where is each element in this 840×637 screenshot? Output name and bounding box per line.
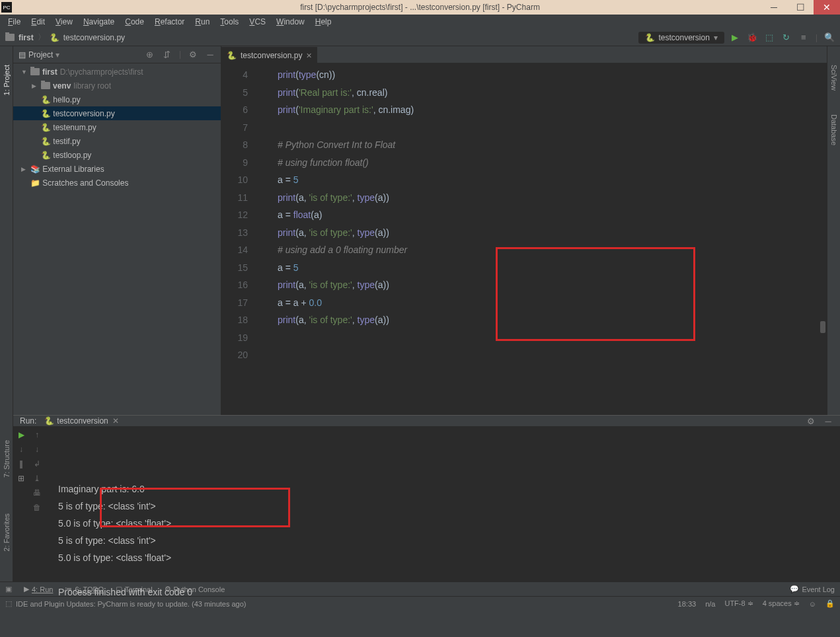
project-view-icon: ▤ bbox=[19, 50, 26, 59]
code-line-9[interactable]: # using function float() bbox=[258, 154, 827, 172]
run-config-selector[interactable]: 🐍 testconversion ▾ bbox=[638, 32, 724, 44]
window-title: first [D:\pycharmprojects\first] - ...\t… bbox=[300, 3, 540, 12]
collapse-icon[interactable]: ⇵ bbox=[162, 50, 172, 60]
stop-icon[interactable]: ↓ bbox=[19, 445, 23, 454]
wrap-icon[interactable]: ↲ bbox=[34, 459, 40, 468]
code-line-8[interactable]: # Python Convert Int to Float bbox=[258, 136, 827, 154]
project-panel-title[interactable]: Project bbox=[28, 50, 53, 59]
run-settings-icon[interactable]: ⚙ bbox=[806, 416, 816, 426]
minimize-button[interactable]: ─ bbox=[761, 0, 787, 15]
menu-run[interactable]: Run bbox=[191, 16, 213, 28]
tree-file-testloop-py[interactable]: 🐍 testloop.py bbox=[13, 148, 221, 162]
output-line: 5 is of type: <class 'int'> bbox=[58, 532, 827, 549]
tree-file-testconversion-py[interactable]: 🐍 testconversion.py bbox=[13, 106, 221, 120]
code-line-5[interactable]: print('Real part is:', cn.real) bbox=[258, 84, 827, 102]
breadcrumb-file[interactable]: testconversion.py bbox=[63, 33, 125, 42]
menu-view[interactable]: View bbox=[52, 16, 77, 28]
favorites-tab[interactable]: 2: Favorites bbox=[1, 508, 12, 556]
sciview-tab[interactable]: SciView bbox=[829, 59, 839, 96]
layout-icon[interactable]: ⊞ bbox=[18, 474, 24, 483]
search-button[interactable]: 🔍 bbox=[824, 32, 835, 43]
tab-close-icon[interactable]: ✕ bbox=[306, 52, 312, 60]
editor-area: 🐍 testconversion.py ✕ 456789101112131415… bbox=[221, 46, 827, 415]
code-line-18[interactable]: print(a, 'is of type:', type(a)) bbox=[258, 311, 827, 329]
right-tool-tabs: SciView Database bbox=[827, 46, 840, 415]
code-line-13[interactable]: print(a, 'is of type:', type(a)) bbox=[258, 224, 827, 242]
project-tool-tab[interactable]: 1: Project bbox=[1, 59, 12, 100]
menu-help[interactable]: Help bbox=[311, 16, 336, 28]
code-line-20[interactable] bbox=[258, 346, 827, 364]
structure-tab[interactable]: 7: Structure bbox=[1, 435, 12, 483]
breadcrumb[interactable]: first 〉 🐍 testconversion.py bbox=[5, 32, 125, 43]
run-hide-icon[interactable]: ─ bbox=[823, 416, 833, 426]
code-line-4[interactable]: print(type(cn)) bbox=[258, 66, 827, 84]
menu-window[interactable]: Window bbox=[272, 16, 309, 28]
code-line-6[interactable]: print('Imaginary part is:', cn.imag) bbox=[258, 101, 827, 119]
down-icon[interactable]: ↓ bbox=[35, 445, 39, 454]
menu-refactor[interactable]: Refactor bbox=[151, 16, 188, 28]
python-icon: 🐍 bbox=[227, 51, 237, 60]
run-tab-close-icon[interactable]: ✕ bbox=[112, 416, 119, 426]
code-line-12[interactable]: a = float(a) bbox=[258, 206, 827, 224]
code-line-15[interactable]: a = 5 bbox=[258, 259, 827, 277]
code-line-11[interactable]: print(a, 'is of type:', type(a)) bbox=[258, 189, 827, 207]
run-toolbar-secondary: ↑ ↓ ↲ ⤓ 🖶 🗑 bbox=[29, 426, 45, 603]
code-line-14[interactable]: # using add a 0 floating number bbox=[258, 241, 827, 259]
tree-scratches[interactable]: 📁 Scratches and Consoles bbox=[13, 176, 221, 190]
tree-external[interactable]: ▶📚 External Libraries bbox=[13, 162, 221, 176]
menu-edit[interactable]: Edit bbox=[27, 16, 49, 28]
menu-tools[interactable]: Tools bbox=[216, 16, 243, 28]
settings-icon[interactable]: ⚙ bbox=[188, 50, 198, 60]
coverage-button[interactable]: ⬚ bbox=[764, 32, 775, 43]
code-line-19[interactable] bbox=[258, 329, 827, 347]
trash-icon[interactable]: 🗑 bbox=[33, 503, 41, 512]
output-line: 5.0 is of type: <class 'float'> bbox=[58, 549, 827, 566]
python-icon: 🐍 bbox=[44, 416, 54, 426]
rerun-icon[interactable]: ▶ bbox=[19, 430, 24, 439]
code-line-17[interactable]: a = a + 0.0 bbox=[258, 294, 827, 312]
code-line-7[interactable] bbox=[258, 119, 827, 137]
output-line bbox=[58, 566, 827, 583]
menu-navigate[interactable]: Navigate bbox=[79, 16, 118, 28]
status-icon: ⬚ bbox=[5, 599, 12, 608]
line-gutter: 4567891011121314151617181920 bbox=[221, 63, 258, 415]
up-icon[interactable]: ↑ bbox=[35, 430, 39, 439]
tree-file-testif-py[interactable]: 🐍 testif.py bbox=[13, 134, 221, 148]
tree-root[interactable]: ▼ first D:\pycharmprojects\first bbox=[13, 65, 221, 79]
maximize-button[interactable]: ☐ bbox=[787, 0, 814, 15]
code-editor[interactable]: 4567891011121314151617181920 print(type(… bbox=[221, 63, 827, 415]
tree-venv[interactable]: ▶ venv library root bbox=[13, 79, 221, 93]
project-tree[interactable]: ▼ first D:\pycharmprojects\first▶ venv l… bbox=[13, 63, 221, 191]
menu-code[interactable]: Code bbox=[121, 16, 148, 28]
python-icon: 🐍 bbox=[645, 33, 655, 42]
print-icon[interactable]: 🖶 bbox=[33, 488, 41, 498]
tools-menu-icon[interactable]: ▣ bbox=[5, 585, 12, 593]
code-line-16[interactable]: print(a, 'is of type:', type(a)) bbox=[258, 276, 827, 294]
scroll-icon[interactable]: ⤓ bbox=[34, 474, 40, 483]
attach-button[interactable]: ≡ bbox=[798, 32, 809, 43]
hide-icon[interactable]: ─ bbox=[205, 50, 215, 60]
close-button[interactable]: ✕ bbox=[814, 0, 840, 15]
navigation-bar: first 〉 🐍 testconversion.py 🐍 testconver… bbox=[0, 29, 840, 46]
run-button[interactable]: ▶ bbox=[730, 32, 740, 43]
editor-scrollbar[interactable] bbox=[820, 321, 825, 333]
menu-vcs[interactable]: VCS bbox=[245, 16, 270, 28]
editor-tab[interactable]: 🐍 testconversion.py ✕ bbox=[221, 47, 317, 63]
database-tab[interactable]: Database bbox=[829, 109, 839, 151]
left-tool-tabs: 1: Project bbox=[0, 46, 13, 415]
pause-icon[interactable]: ‖ bbox=[19, 459, 23, 468]
output-line: Imaginary part is: 6.0 bbox=[58, 480, 827, 498]
tree-file-hello-py[interactable]: 🐍 hello.py bbox=[13, 93, 221, 106]
locate-icon[interactable]: ⊕ bbox=[145, 50, 155, 60]
run-tab[interactable]: testconversion bbox=[57, 416, 108, 426]
menu-file[interactable]: File bbox=[4, 16, 24, 28]
output-line: 5.0 is of type: <class 'float'> bbox=[58, 515, 827, 532]
tree-file-testenum-py[interactable]: 🐍 testenum.py bbox=[13, 120, 221, 134]
code-line-10[interactable]: a = 5 bbox=[258, 171, 827, 189]
run-label: Run: bbox=[20, 416, 36, 426]
debug-button[interactable]: 🐞 bbox=[747, 32, 757, 43]
menu-bar: FileEditViewNavigateCodeRefactorRunTools… bbox=[0, 15, 840, 29]
breadcrumb-folder[interactable]: first bbox=[19, 33, 34, 42]
profile-button[interactable]: ↻ bbox=[781, 32, 792, 43]
run-output[interactable]: Imaginary part is: 6.05 is of type: <cla… bbox=[45, 426, 840, 603]
